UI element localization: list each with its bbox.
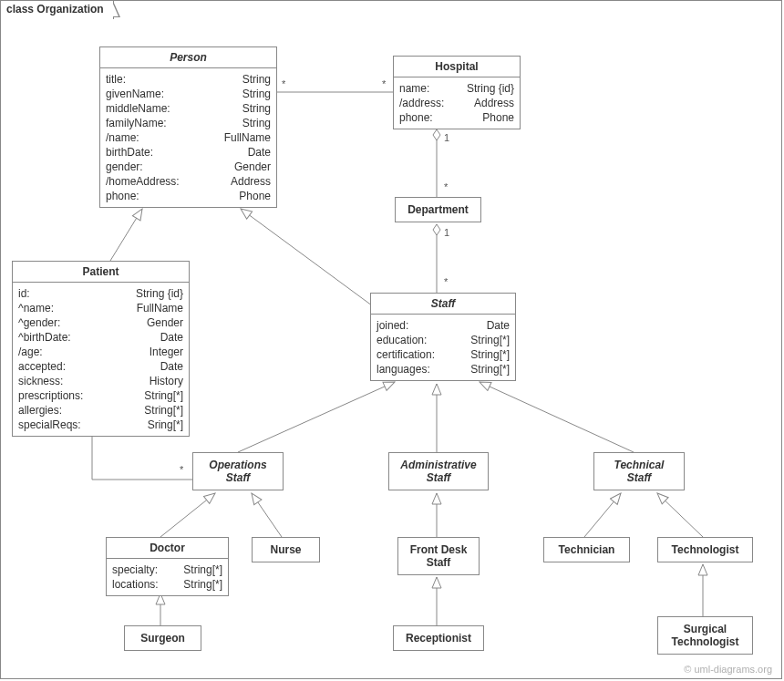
attr-type: String[*] bbox=[135, 388, 183, 403]
class-title: Person bbox=[100, 47, 276, 68]
mult-label: * bbox=[444, 276, 448, 287]
attr-type: String[*] bbox=[174, 562, 222, 577]
attr-name: middleName: bbox=[106, 101, 170, 116]
svg-line-12 bbox=[657, 493, 703, 537]
attr-name: /age: bbox=[18, 345, 43, 359]
class-attrs: name:String {id} /address:Address phone:… bbox=[394, 77, 520, 129]
attr-type: Date bbox=[478, 318, 510, 333]
attr-type: FullName bbox=[215, 130, 271, 145]
attr-name: id: bbox=[18, 286, 30, 301]
svg-line-4 bbox=[241, 209, 379, 311]
class-technologist: Technologist bbox=[657, 537, 753, 562]
class-front-desk-staff: Front Desk Staff bbox=[397, 537, 480, 575]
class-administrative-staff: Administrative Staff bbox=[388, 452, 489, 490]
attr-type: Address bbox=[222, 174, 271, 189]
class-title-line: Technical bbox=[614, 459, 665, 471]
attr-name: languages: bbox=[377, 362, 430, 377]
attr-name: specialReqs: bbox=[18, 418, 81, 432]
class-attrs: title:String givenName:String middleName… bbox=[100, 68, 276, 207]
class-technical-staff: Technical Staff bbox=[593, 452, 685, 490]
attr-type: String {id} bbox=[458, 81, 514, 96]
class-receptionist: Receptionist bbox=[393, 625, 484, 651]
attr-name: title: bbox=[106, 72, 126, 87]
attr-name: allergies: bbox=[18, 403, 62, 418]
attr-name: birthDate: bbox=[106, 145, 153, 160]
class-title-line: Administrative bbox=[400, 459, 476, 471]
attr-type: String bbox=[233, 72, 271, 87]
attr-name: /name: bbox=[106, 130, 139, 145]
class-title: Staff bbox=[371, 294, 515, 315]
attr-type: Integer bbox=[140, 345, 183, 359]
attr-name: education: bbox=[377, 333, 427, 347]
svg-line-8 bbox=[160, 493, 215, 537]
attr-type: Sring[*] bbox=[139, 418, 183, 432]
mult-label: * bbox=[282, 78, 285, 89]
attr-type: FullName bbox=[128, 301, 183, 315]
attr-type: String[*] bbox=[135, 403, 183, 418]
svg-line-3 bbox=[110, 209, 142, 261]
copyright-label: © uml-diagrams.org bbox=[684, 664, 772, 675]
attr-type: Phone bbox=[230, 189, 271, 203]
class-surgical-technologist: Surgical Technologist bbox=[657, 616, 753, 655]
attr-name: accepted: bbox=[18, 359, 66, 374]
class-department: Department bbox=[395, 197, 481, 222]
mult-label: 1 bbox=[444, 227, 449, 238]
mult-label: 1 bbox=[444, 132, 449, 143]
attr-type: History bbox=[140, 374, 183, 388]
class-title-line: Staff bbox=[427, 471, 450, 484]
attr-name: /homeAddress: bbox=[106, 174, 180, 189]
attr-type: Address bbox=[465, 96, 514, 110]
class-title-line: Operations bbox=[209, 459, 266, 471]
attr-name: sickness: bbox=[18, 374, 63, 388]
attr-name: familyName: bbox=[106, 116, 167, 130]
class-technician: Technician bbox=[543, 537, 630, 562]
svg-line-7 bbox=[480, 382, 634, 452]
class-title-line: Staff bbox=[226, 471, 250, 484]
mult-label: * bbox=[180, 464, 183, 475]
class-surgeon: Surgeon bbox=[124, 625, 201, 651]
attr-type: Date bbox=[151, 359, 183, 374]
attr-type: Date bbox=[239, 145, 271, 160]
class-title-line: Staff bbox=[627, 471, 651, 484]
attr-type: Phone bbox=[473, 110, 514, 125]
attr-name: ^birthDate: bbox=[18, 330, 71, 345]
attr-name: locations: bbox=[112, 577, 159, 592]
attr-type: String[*] bbox=[174, 577, 222, 592]
class-doctor: Doctor specialty:String[*] locations:Str… bbox=[106, 537, 229, 596]
class-title-line: Front Desk bbox=[410, 543, 468, 556]
mult-label: * bbox=[382, 78, 386, 89]
attr-name: gender: bbox=[106, 160, 143, 174]
attr-name: ^name: bbox=[18, 301, 54, 315]
attr-type: Gender bbox=[225, 160, 271, 174]
attr-type: String[*] bbox=[461, 333, 510, 347]
class-attrs: id:String {id} ^name:FullName ^gender:Ge… bbox=[13, 283, 189, 436]
attr-type: String {id} bbox=[127, 286, 183, 301]
attr-name: phone: bbox=[399, 110, 433, 125]
class-nurse: Nurse bbox=[252, 537, 320, 562]
attr-type: Date bbox=[151, 330, 183, 345]
class-hospital: Hospital name:String {id} /address:Addre… bbox=[393, 56, 521, 129]
class-patient: Patient id:String {id} ^name:FullName ^g… bbox=[12, 261, 190, 437]
class-title: Doctor bbox=[107, 538, 228, 559]
attr-type: String[*] bbox=[461, 362, 510, 377]
attr-name: name: bbox=[399, 81, 429, 96]
attr-type: String bbox=[233, 87, 271, 101]
class-person: Person title:String givenName:String mid… bbox=[99, 46, 277, 208]
attr-name: /address: bbox=[399, 96, 444, 110]
class-title-line: Technologist bbox=[672, 635, 739, 648]
attr-name: specialty: bbox=[112, 562, 158, 577]
mult-label: * bbox=[444, 181, 448, 192]
attr-name: prescriptions: bbox=[18, 388, 83, 403]
attr-type: Gender bbox=[138, 315, 183, 330]
class-staff: Staff joined:Date education:String[*] ce… bbox=[370, 293, 516, 381]
class-title-line: Surgical bbox=[684, 623, 727, 635]
attr-name: givenName: bbox=[106, 87, 164, 101]
class-title-line: Staff bbox=[427, 556, 451, 569]
attr-name: certification: bbox=[377, 347, 435, 362]
svg-line-11 bbox=[584, 493, 621, 537]
attr-type: String bbox=[233, 101, 271, 116]
class-title: Patient bbox=[13, 262, 189, 283]
package-frame: class Organization bbox=[0, 0, 782, 679]
svg-line-5 bbox=[238, 382, 395, 452]
class-operations-staff: Operations Staff bbox=[192, 452, 284, 490]
